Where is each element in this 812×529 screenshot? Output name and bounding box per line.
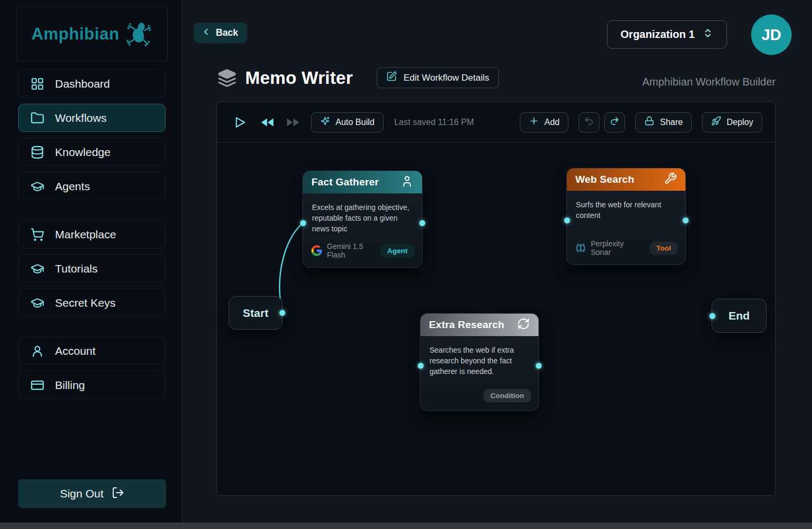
toolbar-right-group: Add (520, 112, 762, 133)
share-label: Share (660, 118, 683, 127)
sidebar-item-label: Secret Keys (55, 297, 115, 309)
sidebar-item-account[interactable]: Account (18, 337, 166, 365)
sidebar-item-label: Agents (55, 180, 90, 193)
node-provider: Perplexity Sonar (591, 239, 645, 256)
node-footer: Gemini 1.5 Flash Agent (303, 242, 422, 267)
undo-icon (584, 116, 594, 128)
node-type-badge: Condition (483, 389, 531, 402)
node-start[interactable]: Start (229, 296, 283, 330)
node-web-search[interactable]: Web Search Surfs the web for relevant co… (566, 168, 686, 265)
sidebar-item-label: Knowledge (55, 146, 111, 159)
sidebar-item-tutorials[interactable]: Tutorials (18, 254, 166, 283)
back-label: Back (216, 27, 238, 38)
user-avatar[interactable]: JD (751, 14, 792, 55)
add-node-button[interactable]: Add (520, 112, 568, 133)
flow-canvas[interactable]: Fact Gatherer Excels at gathering object… (217, 143, 775, 496)
sidebar-item-label: Workflows (55, 112, 106, 125)
sidebar-item-dashboard[interactable]: Dashboard (18, 69, 166, 98)
play-button[interactable] (233, 115, 247, 129)
perplexity-icon (575, 243, 586, 253)
node-end-label: End (729, 309, 750, 322)
sidebar-item-knowledge[interactable]: Knowledge (18, 138, 166, 166)
node-footer: Perplexity Sonar Tool (567, 239, 685, 264)
sidebar-item-label: Marketplace (55, 228, 116, 241)
organization-select[interactable]: Organization 1 (607, 20, 727, 49)
chevrons-up-down-icon (702, 28, 713, 41)
redo-button[interactable] (604, 112, 625, 133)
app-logo: Amphibian (16, 6, 168, 61)
undo-redo-group (579, 112, 625, 133)
node-extra-research[interactable]: Extra Research Searches the web if extra… (420, 313, 539, 411)
sign-out-label: Sign Out (60, 487, 104, 500)
main-area: Back Memo Writer Edit Workflow Details O… (182, 0, 812, 523)
port-fact-gatherer-right[interactable] (419, 220, 425, 226)
port-extra-research-left[interactable] (418, 363, 424, 369)
back-button[interactable]: Back (194, 22, 247, 43)
node-provider: Gemini 1.5 Flash (327, 242, 376, 259)
sidebar-item-label: Account (55, 345, 96, 357)
app-subtitle: Amphibian Workflow Builder (642, 76, 776, 88)
sidebar-item-billing[interactable]: Billing (18, 371, 166, 399)
graduation-cap-icon (30, 261, 44, 276)
node-type-badge: Agent (380, 244, 415, 258)
sidebar-nav: Dashboard Workflows Knowledge Agents (18, 69, 166, 399)
deploy-button[interactable]: Deploy (702, 112, 762, 133)
edit-workflow-details-label: Edit Workflow Details (403, 73, 489, 83)
node-description: Surfs the web for relevant content (567, 191, 685, 239)
page-title: Memo Writer (245, 68, 353, 88)
wrench-icon (664, 172, 677, 188)
port-start-right[interactable] (279, 310, 285, 316)
fast-forward-button[interactable] (286, 115, 300, 129)
node-start-label: Start (243, 307, 269, 320)
refresh-icon (517, 317, 530, 333)
add-label: Add (544, 118, 559, 127)
node-end[interactable]: End (712, 299, 767, 333)
sidebar-item-marketplace[interactable]: Marketplace (18, 220, 166, 248)
port-fact-gatherer-left[interactable] (300, 220, 306, 226)
auto-build-button[interactable]: Auto Build (311, 112, 384, 133)
database-icon (30, 145, 44, 159)
node-web-search-header: Web Search (567, 168, 685, 191)
last-saved-status: Last saved 11:16 PM (394, 118, 474, 127)
sign-out-button[interactable]: Sign Out (18, 479, 166, 508)
rewind-button[interactable] (261, 115, 275, 129)
deploy-label: Deploy (727, 118, 753, 127)
undo-button[interactable] (579, 112, 599, 133)
sidebar-item-secret-keys[interactable]: Secret Keys (18, 289, 166, 317)
app-logo-text: Amphibian (32, 25, 120, 44)
port-web-search-left[interactable] (564, 217, 570, 223)
user-icon (30, 344, 44, 358)
share-button[interactable]: Share (635, 112, 692, 133)
port-web-search-right[interactable] (683, 217, 689, 223)
node-title: Extra Research (429, 319, 504, 331)
node-title: Web Search (575, 174, 634, 185)
node-description: Searches the web if extra research beyon… (420, 336, 538, 389)
google-gemini-icon (311, 245, 322, 256)
graduation-cap-icon (30, 295, 44, 310)
chevron-left-icon (201, 27, 211, 40)
edit-workflow-details-button[interactable]: Edit Workflow Details (377, 67, 498, 88)
user-icon (401, 175, 413, 190)
port-end-left[interactable] (709, 313, 715, 319)
graduation-cap-icon (30, 179, 44, 193)
workflow-canvas-panel: Auto Build Last saved 11:16 PM Add (216, 102, 776, 496)
node-title: Fact Gatherer (311, 176, 379, 188)
organization-selected-value: Organization 1 (621, 28, 695, 41)
node-fact-gatherer[interactable]: Fact Gatherer Excels at gathering object… (302, 170, 423, 268)
sparkles-icon (320, 116, 330, 128)
canvas-toolbar: Auto Build Last saved 11:16 PM Add (217, 102, 775, 143)
sidebar-item-workflows[interactable]: Workflows (18, 104, 166, 132)
node-fact-gatherer-header: Fact Gatherer (303, 171, 422, 193)
sidebar-item-agents[interactable]: Agents (18, 172, 166, 200)
sidebar-item-label: Dashboard (55, 77, 110, 90)
redo-icon (610, 116, 620, 128)
node-footer: Condition (420, 389, 538, 410)
port-extra-research-right[interactable] (536, 363, 542, 369)
rocket-icon (711, 116, 721, 128)
log-out-icon (112, 486, 124, 502)
edit-pencil-icon (386, 71, 397, 84)
node-extra-research-header: Extra Research (420, 314, 538, 336)
lock-icon (644, 116, 654, 128)
folder-icon (30, 111, 44, 125)
auto-build-label: Auto Build (335, 118, 374, 127)
